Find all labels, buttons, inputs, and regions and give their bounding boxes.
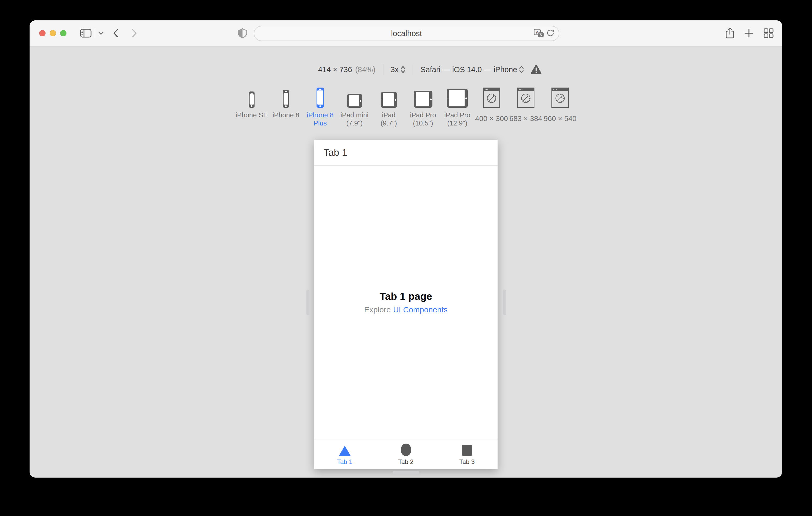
- warning-icon[interactable]: [531, 65, 542, 74]
- device-iphone-se[interactable]: iPhone SE: [235, 87, 269, 119]
- page-subtitle: ExploreUI Components: [364, 305, 447, 314]
- safari-window: localhost A: [30, 20, 782, 478]
- back-button[interactable]: [113, 29, 118, 38]
- ipad-pro-105-icon: [414, 91, 432, 108]
- device-label: iPad: [381, 111, 397, 119]
- device-label: iPad Pro: [410, 111, 436, 119]
- subtitle-text: Explore: [364, 305, 391, 314]
- share-icon: [724, 27, 735, 39]
- iphone-8-icon: [283, 90, 289, 108]
- device-ipad-pro-129[interactable]: iPad Pro(12.9"): [440, 87, 474, 127]
- minimize-window-button[interactable]: [50, 30, 56, 36]
- zoom-window-button[interactable]: [60, 30, 66, 36]
- forward-arrow-icon: [132, 29, 137, 38]
- device-label-line2: (9.7"): [381, 119, 397, 127]
- device-ipad-pro-105[interactable]: iPad Pro(10.5"): [406, 87, 440, 127]
- device-label: iPad Pro: [444, 111, 470, 119]
- viewport-zoom-value: (84%): [355, 65, 375, 74]
- tab-label: Tab 2: [398, 458, 413, 465]
- ipad-pro-129-icon: [447, 89, 468, 108]
- controls-divider: [413, 64, 413, 75]
- device-label: iPhone 8: [272, 111, 299, 119]
- iphone-se-icon: [249, 91, 255, 108]
- device-label: iPhone SE: [236, 111, 268, 119]
- sidebar-toggle-button[interactable]: [80, 29, 92, 38]
- preset-683x384[interactable]: 683 × 384: [509, 87, 543, 123]
- address-bar-url: localhost: [254, 26, 559, 40]
- rdm-controls-row: 414 × 736 (84%) 3x Safari — iOS 14.0 — i…: [318, 62, 542, 77]
- app-nav-bar: Tab 1: [314, 140, 498, 166]
- sidebar-menu-button[interactable]: [98, 31, 104, 35]
- device-label-line2: (10.5"): [410, 119, 436, 127]
- new-tab-button[interactable]: [744, 28, 754, 38]
- preset-400x300[interactable]: 400 × 300: [474, 87, 509, 123]
- viewport-resize-handle-right[interactable]: [503, 290, 506, 315]
- toolbar-divider: [95, 29, 95, 38]
- preset-label: 960 × 540: [544, 115, 576, 123]
- iphone-8-plus-icon: [317, 88, 324, 108]
- plus-icon: [744, 28, 754, 38]
- controls-divider: [383, 64, 383, 75]
- device-label-line2: (12.9"): [444, 119, 470, 127]
- page-title: Tab 1 page: [380, 291, 432, 302]
- app-page-content: Tab 1 page ExploreUI Components: [314, 166, 498, 439]
- tab-overview-button[interactable]: [763, 28, 774, 38]
- safari-compass-icon: [520, 93, 531, 104]
- pixel-ratio-select[interactable]: 3x: [390, 65, 399, 74]
- translate-button[interactable]: A: [534, 29, 544, 38]
- device-label-line2: Plus: [307, 119, 334, 127]
- ipad-mini-icon: [347, 94, 362, 108]
- preset-960x540[interactable]: 960 × 540: [543, 87, 577, 123]
- traffic-lights: [39, 30, 66, 36]
- browser-window-icon: [517, 88, 534, 108]
- tab-1[interactable]: Tab 1: [314, 439, 375, 469]
- triangle-icon: [339, 446, 351, 456]
- ipad-icon: [381, 92, 397, 108]
- browser-window-icon: [551, 88, 569, 108]
- preset-label: 400 × 300: [475, 115, 508, 123]
- device-iphone-8-plus[interactable]: iPhone 8Plus: [303, 87, 338, 127]
- forward-button[interactable]: [132, 29, 137, 38]
- safari-compass-icon: [486, 93, 497, 104]
- tab-3[interactable]: Tab 3: [436, 439, 498, 469]
- translate-icon: A: [534, 29, 544, 38]
- device-iphone-8[interactable]: iPhone 8: [269, 87, 303, 119]
- back-arrow-icon: [113, 29, 118, 38]
- viewport-size-value: 414 × 736: [318, 65, 352, 74]
- square-icon: [462, 445, 472, 456]
- ui-components-link[interactable]: UI Components: [393, 305, 447, 314]
- browser-toolbar: localhost A: [30, 20, 782, 47]
- browser-window-icon: [483, 88, 500, 108]
- device-selector-row: iPhone SE iPhone 8 iPhone 8Plus iPad min…: [235, 87, 577, 127]
- share-button[interactable]: [724, 27, 735, 39]
- device-ipad[interactable]: iPad(9.7"): [372, 87, 406, 127]
- device-label: iPhone 8: [307, 111, 334, 119]
- user-agent-select[interactable]: Safari — iOS 14.0 — iPhone: [420, 65, 517, 74]
- user-agent-updown-icon[interactable]: [519, 65, 524, 74]
- nav-bar-title: Tab 1: [324, 147, 347, 158]
- device-ipad-mini[interactable]: iPad mini(7.9"): [338, 87, 372, 127]
- sidebar-icon: [80, 29, 92, 38]
- pixel-ratio-updown-icon[interactable]: [401, 65, 405, 74]
- tab-label: Tab 1: [337, 458, 352, 465]
- viewport-resize-handle-bottom[interactable]: [393, 471, 419, 474]
- device-label: iPad mini: [341, 111, 369, 119]
- app-tab-bar: Tab 1 Tab 2 Tab 3: [314, 439, 498, 469]
- close-window-button[interactable]: [39, 30, 46, 36]
- privacy-report-button[interactable]: [237, 28, 248, 39]
- circle-icon: [401, 444, 411, 456]
- tab-2[interactable]: Tab 2: [375, 439, 437, 469]
- reload-button[interactable]: [546, 29, 555, 38]
- device-viewport: Tab 1 Tab 1 page ExploreUI Components Ta…: [314, 140, 498, 469]
- shield-icon: [237, 28, 248, 39]
- tab-label: Tab 3: [459, 458, 475, 465]
- reload-icon: [546, 29, 555, 38]
- safari-compass-icon: [554, 93, 566, 104]
- viewport-resize-handle-left[interactable]: [306, 290, 310, 315]
- preset-label: 683 × 384: [509, 115, 542, 123]
- device-label-line2: (7.9"): [341, 119, 369, 127]
- tab-overview-grid-icon: [763, 28, 774, 38]
- address-bar[interactable]: localhost A: [254, 26, 559, 41]
- chevron-down-icon: [98, 31, 104, 35]
